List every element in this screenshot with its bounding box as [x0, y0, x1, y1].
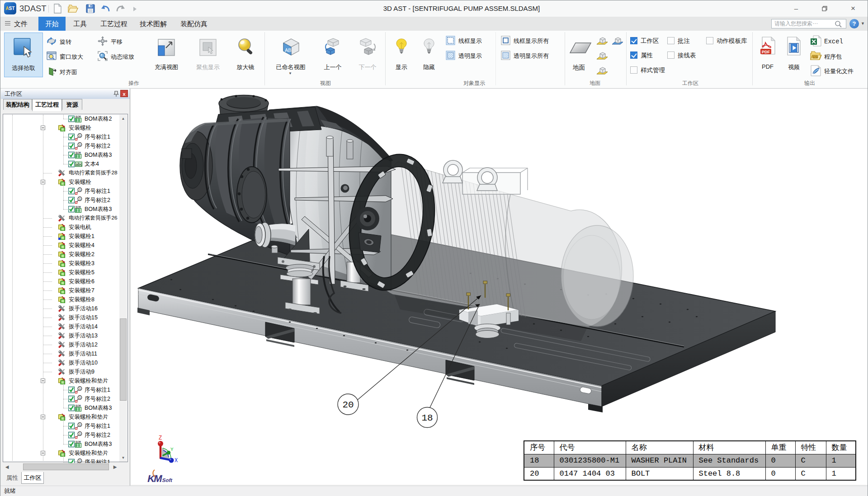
svg-text:1: 1	[79, 423, 81, 427]
svg-text:1: 1	[79, 188, 81, 192]
svg-text:KM: KM	[146, 473, 163, 484]
svg-text:20: 20	[342, 400, 354, 410]
svg-text:EXE: EXE	[813, 56, 818, 58]
svg-text:Y: Y	[170, 447, 174, 452]
svg-text:Z: Z	[159, 435, 162, 441]
svg-text:1: 1	[79, 459, 81, 463]
svg-text:Soft: Soft	[162, 477, 173, 483]
svg-text:18: 18	[421, 413, 433, 423]
svg-text:abc: abc	[76, 162, 83, 167]
svg-text:1: 1	[79, 432, 81, 436]
svg-text:1: 1	[79, 396, 81, 400]
svg-text:1: 1	[79, 143, 81, 147]
svg-text:X: X	[175, 458, 178, 464]
svg-text:1: 1	[79, 197, 81, 201]
svg-text:1: 1	[79, 134, 81, 138]
svg-text:1: 1	[79, 387, 81, 391]
svg-text:AB: AB	[285, 47, 292, 53]
svg-text:PDF: PDF	[762, 50, 770, 54]
